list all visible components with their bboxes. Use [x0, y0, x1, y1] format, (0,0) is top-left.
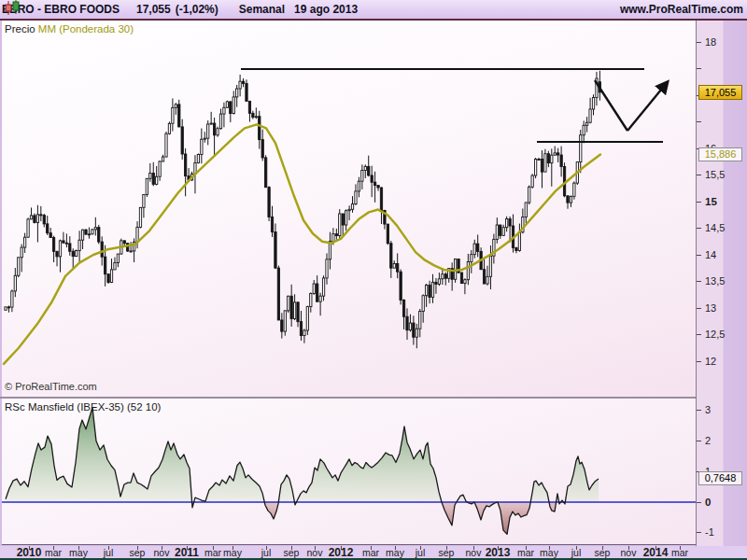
drawn-annotations[interactable]: [241, 69, 666, 142]
indicator-pane[interactable]: RSc Mansfield (IBEX-35) (52 10): [2, 399, 696, 545]
price-change: (-1,02%): [176, 3, 218, 16]
price-axis-label: 14,5: [705, 222, 725, 234]
price-axis-tick: [697, 308, 701, 309]
precio-label[interactable]: Precio: [5, 23, 35, 35]
mm-value-box: 15,886: [698, 147, 742, 161]
price-axis-tick: [697, 68, 701, 69]
pane-separator[interactable]: [0, 397, 696, 399]
last-price-box: 17,055: [698, 85, 742, 100]
price-pane[interactable]: Precio MM (Ponderada 30) © ProRealTime.c…: [2, 21, 696, 397]
candles: [5, 71, 601, 348]
price-axis-label: 15,5: [705, 169, 725, 181]
indicator-axis-tick: [697, 502, 701, 503]
timeframe-label: Semanal: [239, 3, 285, 16]
price-axis-label: 18: [705, 36, 716, 49]
rsc-mansfield-chart[interactable]: [2, 399, 696, 545]
projection-down-leg[interactable]: [595, 80, 627, 131]
price-axis-tick: [697, 121, 701, 122]
price-axis-label: 14: [705, 249, 716, 261]
candlestick-icon: [4, 0, 21, 16]
price-axis-tick: [697, 361, 701, 362]
price-axis-tick: [697, 334, 701, 335]
price-pane-legend[interactable]: Precio MM (Ponderada 30): [5, 23, 134, 35]
time-axis-label: mar: [659, 547, 700, 558]
indicator-axis-tick: [697, 410, 701, 411]
copyright-label: © ProRealTime.com: [5, 381, 97, 392]
price-axis-label: 12,5: [705, 329, 725, 341]
price-axis-label: 13,5: [705, 275, 725, 287]
indicator-axis-label: 3: [705, 404, 711, 416]
date-label: 19 ago 2013: [294, 3, 358, 16]
price-axis-label: 15: [705, 196, 717, 208]
value-axis[interactable]: 181615,51514,51413,51312,5123210-117,055…: [697, 21, 747, 546]
price-axis-label: 13: [705, 302, 716, 315]
indicator-axis-label: 2: [705, 435, 711, 447]
price-axis-tick: [697, 281, 701, 282]
projection-arrow[interactable]: [627, 84, 666, 131]
indicator-axis-label: -1: [705, 526, 714, 539]
prorealtime-site-link[interactable]: www.ProRealTime.com: [620, 3, 743, 16]
mm-indicator-label[interactable]: MM (Ponderada 30): [38, 23, 134, 35]
last-price: 17,055: [136, 3, 171, 16]
price-axis-tick: [697, 42, 701, 43]
rsc-mansfield-legend[interactable]: RSc Mansfield (IBEX-35) (52 10): [5, 401, 161, 413]
indicator-axis-tick: [697, 532, 701, 533]
indicator-axis-tick: [697, 441, 701, 441]
price-axis-tick: [697, 255, 701, 256]
price-axis-label: 12: [705, 356, 716, 368]
indicator-value-box: 0,7648: [698, 471, 742, 485]
price-axis-tick: [697, 202, 701, 203]
title-bar: EBRO - EBRO FOODS 17,055 (-1,02%) Semana…: [0, 0, 747, 21]
price-chart[interactable]: [2, 21, 696, 397]
prorealtime-window: EBRO - EBRO FOODS 17,055 (-1,02%) Semana…: [0, 0, 747, 560]
indicator-axis-label: 0: [705, 497, 711, 509]
price-axis-tick: [697, 228, 701, 229]
time-axis[interactable]: 2010marmayjulsepnov2011marmayjulsepnov20…: [0, 546, 747, 558]
price-axis-tick: [697, 175, 701, 175]
